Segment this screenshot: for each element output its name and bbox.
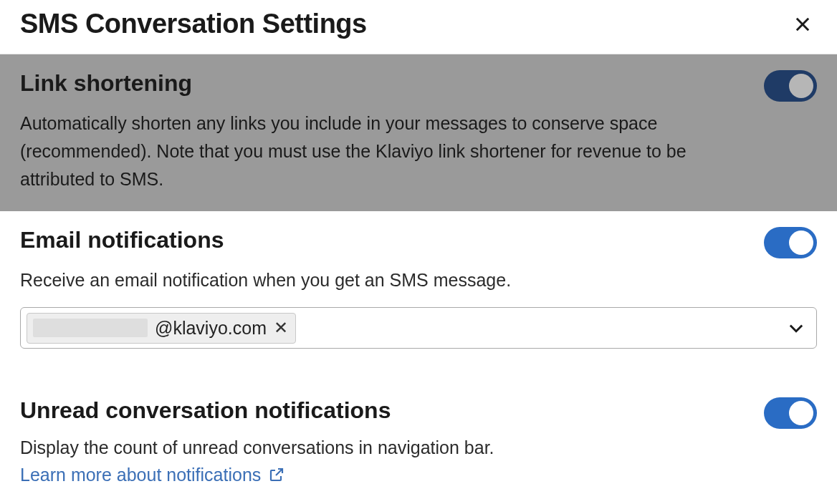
modal-title: SMS Conversation Settings (20, 9, 367, 39)
dropdown-chevron[interactable] (786, 318, 806, 338)
learn-more-link[interactable]: Learn more about notifications (20, 465, 285, 485)
email-recipient-chip: @klaviyo.com ✕ (27, 313, 296, 344)
link-shortening-toggle[interactable] (764, 70, 817, 102)
external-link-icon (268, 466, 285, 483)
toggle-knob (789, 74, 813, 98)
chevron-down-icon (786, 318, 806, 338)
modal-header: SMS Conversation Settings (0, 0, 837, 54)
close-icon (793, 14, 813, 34)
learn-more-label: Learn more about notifications (20, 465, 261, 485)
section-unread-notifications: Unread conversation notifications Displa… (0, 367, 837, 504)
email-recipients-select[interactable]: @klaviyo.com ✕ (20, 307, 817, 349)
email-local-part-redacted (33, 319, 148, 337)
toggle-knob (789, 231, 813, 255)
link-shortening-title: Link shortening (20, 70, 715, 97)
unread-notifications-title: Unread conversation notifications (20, 397, 494, 424)
email-notifications-toggle[interactable] (764, 227, 817, 258)
link-shortening-description: Automatically shorten any links you incl… (20, 110, 715, 193)
email-notifications-title: Email notifications (20, 227, 747, 253)
email-domain: @klaviyo.com (155, 318, 267, 339)
toggle-knob (789, 401, 813, 425)
section-email-notifications: Email notifications Receive an email not… (0, 211, 837, 367)
section-link-shortening: Link shortening Automatically shorten an… (0, 54, 837, 211)
unread-notifications-description: Display the count of unread conversation… (20, 434, 494, 462)
email-notifications-description: Receive an email notification when you g… (20, 266, 715, 294)
unread-notifications-toggle[interactable] (764, 397, 817, 429)
close-button[interactable] (788, 10, 817, 39)
chip-remove-button[interactable]: ✕ (274, 319, 288, 336)
